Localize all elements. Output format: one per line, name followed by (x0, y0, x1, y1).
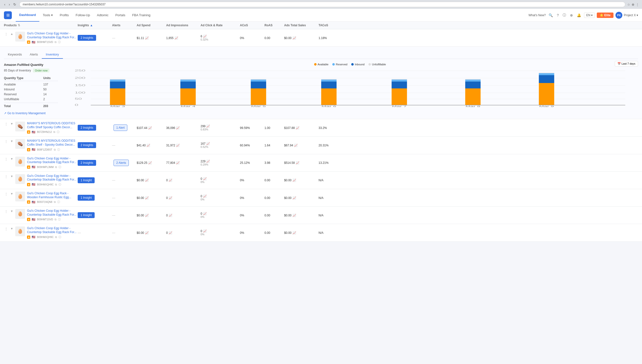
tab-inventory[interactable]: Inventory (42, 50, 63, 59)
info-icon-b6[interactable]: ⓘ (59, 235, 61, 239)
chart-icon-adspend-b4[interactable]: 📈 (145, 196, 149, 200)
insights-btn-b1[interactable]: 2 Insights (78, 142, 96, 148)
row-menu-b1[interactable]: ⋮ (4, 139, 8, 144)
nav-profits[interactable]: Profits (56, 9, 72, 22)
info-icon-b2[interactable]: ⓘ (59, 165, 61, 169)
nav-fba-training[interactable]: FBA Training (129, 9, 154, 22)
info-icon-b5[interactable]: ⓘ (58, 218, 61, 221)
chart-icon-adspend-b1[interactable]: 📈 (147, 144, 150, 147)
row-expand-1[interactable]: ▲ (10, 32, 13, 36)
insights-button-2[interactable]: 2 Insights (78, 125, 96, 131)
forward-button[interactable]: › (8, 2, 11, 7)
chart-icon-adimpr-b2[interactable]: 📈 (176, 161, 180, 164)
row-menu-b5[interactable]: ⋮ (4, 209, 8, 214)
copy-icon-1[interactable]: ⧉ (55, 40, 57, 44)
insights-btn-b5[interactable]: 1 Insight (78, 212, 95, 218)
col-insights[interactable]: Insights ▲ (78, 24, 112, 27)
row-menu-b3[interactable]: ⋮ (4, 174, 8, 179)
user-menu[interactable]: PX Project X ▾ (615, 12, 638, 19)
chart-icon-sales-b2[interactable]: 📈 (296, 161, 299, 164)
row-menu-b2[interactable]: ⋮ (4, 157, 8, 162)
app-logo[interactable]: ⊞ (4, 11, 12, 19)
chart-icon-adimpr-b5[interactable]: 📈 (169, 214, 172, 217)
row-expand-2[interactable]: ▼ (10, 122, 13, 126)
settings-button[interactable]: ⊕ (569, 12, 574, 18)
chart-icon-adimpr-b3[interactable]: 📈 (169, 178, 172, 182)
copy-icon-b6[interactable]: ⧉ (55, 236, 57, 239)
info-icon-b3[interactable]: ⓘ (59, 183, 61, 186)
insights-btn-b4[interactable]: 1 Insight (78, 195, 95, 201)
row-expand-b5[interactable]: ▼ (10, 210, 13, 213)
row-menu-2[interactable]: ⋮ (4, 122, 8, 126)
product-name-2[interactable]: MANNY'S MYSTERIOUS ODDITIES Coffin Shelf… (27, 122, 78, 129)
chart-icon-sales-b5[interactable]: 📈 (292, 214, 296, 217)
chart-icon-adimpr-b6[interactable]: 📈 (169, 231, 172, 234)
copy-icon-b2[interactable]: ⧉ (55, 166, 57, 169)
copy-icon-b1[interactable]: ⧉ (54, 148, 56, 151)
chart-icon-adspend-b2[interactable]: 📈 (148, 161, 152, 164)
col-products[interactable]: Products ⇅ (4, 24, 78, 27)
copy-icon-2[interactable]: ⧉ (53, 130, 55, 134)
product-name-1[interactable]: Gui's Chicken Coop Egg Holder - Countert… (27, 32, 78, 39)
browser-navigation[interactable]: ‹ › ↻ (3, 2, 18, 7)
row-expand-b3[interactable]: ▼ (10, 175, 13, 178)
insights-btn-b2[interactable]: 2 Insights (78, 160, 96, 166)
notifications-button[interactable]: 🔔 (576, 12, 582, 18)
row-menu-b6[interactable]: ⋮ (4, 226, 8, 231)
alerts-button-2[interactable]: 1 Alert (114, 124, 127, 131)
chart-icon-adspend-b3[interactable]: 📈 (145, 178, 149, 182)
order-now-button[interactable]: Order now (33, 68, 50, 72)
info-icon-b1[interactable]: ⓘ (57, 148, 60, 152)
info-icon-2[interactable]: ⓘ (57, 130, 60, 134)
copy-icon-b5[interactable]: ⧉ (55, 218, 57, 221)
row-menu-1[interactable]: ⋮ (4, 32, 8, 36)
product-name-b6[interactable]: Gui's Chicken Coop Egg Holder - Countert… (27, 226, 78, 234)
chart-icon-sales-b4[interactable]: 📈 (292, 196, 296, 200)
product-name-b1[interactable]: MANNY'S MYSTERIOUS ODDITIES Coffin Shelf… (27, 139, 78, 147)
adimpressions-chart-2[interactable]: 📈 (176, 126, 180, 130)
nav-tools[interactable]: Tools ▾ (39, 9, 56, 22)
row-menu-b4[interactable]: ⋮ (4, 192, 8, 196)
chart-icon-adimpr-b1[interactable]: 📈 (176, 144, 180, 147)
nav-portals[interactable]: Portals (112, 9, 129, 22)
url-bar[interactable]: members.helium10.com/control-center?acco… (20, 2, 625, 7)
insights-button-1[interactable]: 2 Insights (78, 35, 96, 41)
nav-adtomic[interactable]: Adtomic (93, 9, 112, 22)
adimpressions-chart-1[interactable]: 📈 (175, 36, 178, 40)
adspend-chart-2[interactable]: 📈 (148, 126, 152, 130)
copy-icon-b4[interactable]: ⧉ (54, 200, 56, 204)
chart-icon-adimpr-b4[interactable]: 📈 (169, 196, 172, 200)
tab-keywords[interactable]: Keywords (4, 50, 26, 59)
adstotalsales-chart-2[interactable]: 📈 (296, 126, 299, 130)
tab-alerts[interactable]: Alerts (26, 50, 42, 59)
help-button[interactable]: ? (556, 12, 560, 18)
nav-dashboard[interactable]: Dashboard (16, 9, 39, 22)
row-expand-b6[interactable]: ▼ (10, 227, 13, 230)
row-expand-b1[interactable]: ▼ (10, 140, 13, 143)
row-expand-b2[interactable]: ▼ (10, 157, 13, 161)
chart-icon-sales-b6[interactable]: 📈 (292, 231, 296, 234)
alerts-btn-b2[interactable]: 2 Alerts (114, 160, 129, 166)
product-name-b3[interactable]: Gui's Chicken Coop Egg Holder - Countert… (27, 174, 78, 182)
adstotalsales-chart-1[interactable]: 📈 (292, 36, 296, 40)
product-name-b4[interactable]: Gui's Chicken Coop Egg Rack - Wooden Far… (27, 192, 78, 199)
language-selector[interactable]: EN ▾ (584, 12, 595, 18)
product-name-b2[interactable]: Gui's Chicken Coop Egg Holder - Countert… (27, 157, 78, 164)
chart-icon-adspend-b6[interactable]: 📈 (145, 231, 149, 234)
info-icon-b4[interactable]: ⓘ (57, 200, 60, 204)
product-name-b5[interactable]: Gui's Chicken Coop Egg Holder - Countert… (27, 209, 78, 217)
copy-icon-b3[interactable]: ⧉ (55, 183, 57, 186)
insights-btn-b3[interactable]: 1 Insight (78, 177, 95, 183)
row-expand-b4[interactable]: ▼ (10, 192, 13, 196)
chart-icon-sales-b1[interactable]: 📈 (294, 144, 298, 147)
whats-new-link[interactable]: What's New? (528, 14, 546, 17)
info-icon-1[interactable]: ⓘ (58, 40, 61, 44)
reload-button[interactable]: ↻ (12, 2, 18, 7)
date-range-button[interactable]: 📅 Last 7 days (615, 61, 638, 66)
go-to-inventory-link[interactable]: ↗ Go to Inventory Management (4, 112, 58, 115)
search-button[interactable]: 🔍 (548, 12, 554, 18)
chart-icon-adspend-b5[interactable]: 📈 (145, 214, 149, 217)
info-button[interactable]: ⓘ (562, 12, 567, 18)
adspend-chart-1[interactable]: 📈 (145, 36, 149, 40)
elite-button[interactable]: ⭐ Elite (597, 12, 613, 18)
